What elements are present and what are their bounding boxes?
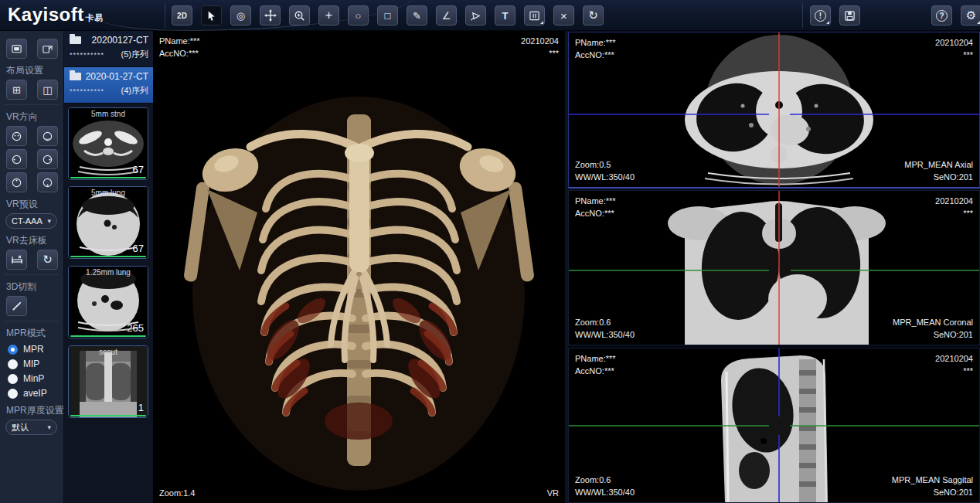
window-level-button[interactable]: ◎ (230, 5, 251, 25)
cine-frames-icon (529, 10, 540, 22)
reset-icon: ↻ (588, 8, 598, 22)
vr-orient-left-button[interactable] (6, 149, 27, 169)
radio-aveip[interactable]: aveIP (8, 388, 63, 399)
seno-text: SeNO:201 (934, 172, 973, 182)
divider (5, 274, 59, 275)
radio-label: MIP (23, 359, 39, 369)
export-layout-button[interactable] (37, 39, 58, 59)
wwwl-text: WW/WL:350/40 (575, 330, 635, 339)
thumbnail-125mm-lung[interactable]: 1.25mm lung 265 (68, 266, 148, 338)
study-title: 2020-01-27-CT (86, 71, 148, 82)
rect-roi-button[interactable]: □ (377, 5, 398, 25)
pan-button[interactable] (260, 5, 281, 25)
accno-text: AccNO:*** (159, 49, 199, 58)
vr-orient-posterior-button[interactable] (37, 126, 58, 146)
zoom-wwwl-overlay: Zoom:0.6WW/WL:350/40 (575, 316, 635, 341)
cut-3d-label: 3D切割 (6, 280, 63, 294)
thumbnail-scout[interactable]: scout 1 (68, 345, 148, 418)
arrow-annotation-button[interactable] (465, 5, 486, 25)
study-item-1[interactable]: 20200127-CT **********(5)序列 (64, 31, 153, 67)
radio-label: MPR (23, 344, 44, 355)
ellipse-icon: ○ (356, 10, 362, 22)
knife-icon (11, 301, 22, 312)
thumbnail-label: scout (69, 348, 148, 356)
mpr-axial-viewport[interactable]: PName:***AccNO:*** 20210204*** Zoom:0.5W… (568, 32, 980, 189)
reset-view-button[interactable]: ↻ (583, 5, 604, 25)
radio-mip[interactable]: MIP (8, 359, 63, 369)
radio-dot (8, 345, 18, 355)
thumbnail-progress-bar (70, 335, 146, 337)
thumbnail-image-count: 67 (133, 243, 144, 254)
seno-text: SeNO:201 (934, 330, 973, 339)
rectangle-icon: □ (385, 10, 391, 22)
text-annotation-button[interactable]: T (495, 5, 516, 25)
vr-orient-inferior-button[interactable] (37, 172, 58, 192)
study-item-2-selected[interactable]: 2020-01-27-CT **********(4)序列 (64, 67, 153, 104)
zoom-button[interactable] (289, 5, 310, 25)
crosshair-button[interactable]: + (318, 5, 339, 25)
thumbnail-5mm-stnd[interactable]: 5mm stnd 67 (68, 107, 148, 180)
masked-text: *** (963, 366, 973, 376)
remove-bed-button[interactable] (6, 250, 27, 270)
head-bottom-icon (42, 177, 53, 189)
mpr-sagittal-viewport[interactable]: PName:***AccNO:*** 20210204*** Zoom:0.6W… (568, 348, 980, 503)
masked-text: *** (963, 209, 973, 218)
mpr-mode-label: MPR模式 (6, 327, 63, 340)
angle-button[interactable]: ∠ (436, 5, 457, 25)
delete-annotation-button[interactable]: × (553, 5, 574, 25)
thumbnail-image-count: 265 (127, 322, 144, 334)
cursor-icon (206, 10, 217, 22)
vr-preset-value: CT-AAA (12, 216, 43, 226)
vr-preset-select[interactable]: CT-AAA ▾ (5, 213, 57, 229)
view-type-overlay: MPR_MEAN SaggitalSeNO:201 (892, 474, 973, 498)
cursor-button[interactable] (201, 5, 222, 25)
cut-knife-button[interactable] (6, 296, 27, 316)
grid-2x2-button[interactable]: ⊞ (6, 80, 27, 100)
thumbnail-progress-bar (70, 177, 146, 178)
screen-layout-button[interactable] (6, 39, 27, 59)
monitor-icon (11, 43, 22, 55)
thumbnail-image-count: 1 (138, 402, 144, 413)
help-icon: ? (936, 10, 948, 22)
measure-button[interactable]: ✎ (407, 5, 427, 25)
divider (5, 104, 59, 105)
layout-2d-button[interactable]: 2D (172, 5, 192, 25)
save-button[interactable] (839, 5, 860, 25)
patient-overlay: PName:***AccNO:*** (575, 352, 616, 377)
thumbnail-5mm-lung[interactable]: 5mm lung 67 (68, 186, 148, 259)
radio-mpr[interactable]: MPR (8, 344, 63, 355)
report-button[interactable]: ! (810, 5, 831, 25)
mpr-coronal-viewport[interactable]: PName:***AccNO:*** 20210204*** Zoom:0.6W… (568, 190, 980, 345)
cine-button[interactable] (524, 5, 545, 25)
patient-overlay: PName:***AccNO:*** (575, 195, 616, 219)
bed-reset-button[interactable]: ↻ (37, 250, 58, 270)
head-right-icon (42, 154, 53, 165)
date-text: 20210204 (935, 38, 973, 47)
patient-overlay: PName:***AccNO:*** (575, 36, 616, 61)
radio-dot (8, 359, 18, 369)
settings-button[interactable]: ⚙ (961, 5, 980, 25)
wwwl-text: WW/WL:350/40 (575, 488, 635, 497)
pname-text: PName:*** (575, 38, 616, 47)
vr-direction-label: VR方向 (6, 110, 63, 124)
study-masked-id: ********** (70, 51, 104, 59)
vr-orient-superior-button[interactable] (6, 172, 27, 192)
vr-orient-right-button[interactable] (37, 149, 58, 169)
date-text: 20210204 (521, 36, 559, 46)
study-date-overlay: 20210204*** (935, 352, 973, 377)
layout-export-icon (42, 43, 53, 55)
thumbnail-progress-bar (70, 415, 146, 416)
arrow-annotation-icon (470, 10, 481, 22)
tool-group-main: 2D ◎ + ○ □ ✎ ∠ T × ↻ (172, 5, 604, 25)
seno-text: SeNO:201 (934, 488, 973, 497)
ellipse-roi-button[interactable]: ○ (348, 5, 369, 25)
mpr-thickness-select[interactable]: 默认 ▾ (5, 420, 57, 435)
radio-minp[interactable]: MinP (8, 373, 63, 384)
vr-orient-anterior-button[interactable] (6, 126, 27, 146)
brand-text: Kayisoft (8, 4, 84, 25)
zoom-text: Zoom:0.6 (575, 475, 611, 484)
wwwl-text: WW/WL:350/40 (575, 172, 635, 182)
help-button[interactable]: ? (931, 5, 952, 25)
vr-viewport[interactable]: PName:***AccNO:*** 20210204*** Zoom:1.4 … (153, 31, 565, 503)
grid-split-button[interactable]: ◫ (37, 80, 58, 100)
